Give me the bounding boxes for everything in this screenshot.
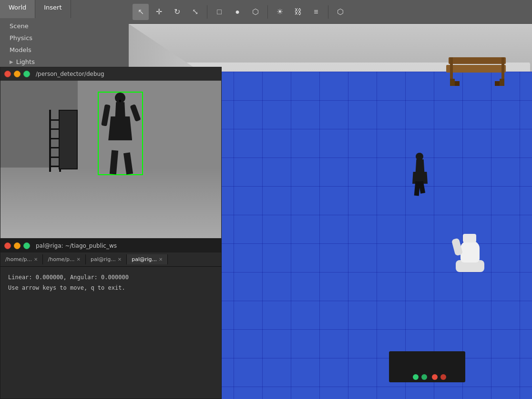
robot-head <box>463 234 476 242</box>
debug-titlebar: /person_detector/debug <box>0 67 221 81</box>
door-area <box>49 110 78 172</box>
bench <box>446 57 508 95</box>
silhouette-leg-right <box>123 152 133 175</box>
box-shape-button[interactable]: □ <box>211 4 227 20</box>
table-item-red-2 <box>440 374 446 380</box>
terminal-tab-1-close[interactable]: ✕ <box>34 257 38 262</box>
terminal-tab-3[interactable]: pal@rig... ✕ <box>86 254 127 264</box>
bench-backrest <box>449 57 506 64</box>
toolbar-separator-1 <box>207 5 207 19</box>
terminal-close-button[interactable] <box>4 242 11 249</box>
terminal-line-4: Use arrow keys to move, q to exit. <box>8 283 214 294</box>
terminal-tabs: /home/p... ✕ /home/p... ✕ pal@rig... ✕ p… <box>0 252 221 267</box>
menu-lights-label: Lights <box>16 58 35 65</box>
terminal-window: pal@riga: ~/tiago_public_ws /home/p... ✕… <box>0 239 222 399</box>
terminal-content[interactable]: Linear: 0.000000, Angular: 0.000000 Use … <box>0 267 221 299</box>
terminal-tab-3-close[interactable]: ✕ <box>118 257 122 262</box>
menu-physics-label: Physics <box>10 34 32 42</box>
terminal-minimize-button[interactable] <box>14 242 20 249</box>
table-3d <box>389 351 470 389</box>
terminal-line-2: Linear: 0.000000, Angular: 0.000000 <box>8 273 214 283</box>
table-item-green-2 <box>421 374 427 380</box>
cylinder-shape-button[interactable]: ⬡ <box>247 4 264 20</box>
bench-leg-right-back <box>495 81 500 86</box>
table-item-green-1 <box>413 374 419 380</box>
menu-scene-label: Scene <box>10 22 29 30</box>
menu-models[interactable]: Models <box>0 44 129 56</box>
scale-tool-button[interactable]: ⤡ <box>187 4 203 20</box>
toolbar-separator-3 <box>328 5 328 19</box>
menu-models-label: Models <box>10 46 31 53</box>
human-silhouette <box>99 93 142 174</box>
terminal-tab-2[interactable]: /home/p... ✕ <box>43 254 85 264</box>
debug-window: /person_detector/debug <box>0 67 222 239</box>
sphere-shape-button[interactable]: ● <box>229 4 246 20</box>
terminal-titlebar: pal@riga: ~/tiago_public_ws <box>0 239 221 252</box>
bench-leg-right-front <box>500 79 504 86</box>
debug-maximize-button[interactable] <box>23 71 30 77</box>
debug-minimize-button[interactable] <box>14 71 20 77</box>
terminal-window-title: pal@riga: ~/tiago_public_ws <box>36 242 117 249</box>
toolbar-separator-2 <box>267 5 268 19</box>
table-top <box>389 351 465 382</box>
translate-tool-button[interactable]: ✛ <box>151 4 167 20</box>
bench-right-support <box>501 57 504 79</box>
terminal-maximize-button[interactable] <box>23 242 30 249</box>
debug-scene <box>0 81 221 238</box>
silhouette-dress <box>108 116 132 140</box>
tab-world[interactable]: World <box>0 0 35 18</box>
screenshot-button[interactable]: ⬡ <box>332 4 348 20</box>
tab-bar: World Insert <box>0 0 129 18</box>
light-button[interactable]: ☀ <box>272 4 288 20</box>
bench-left-support <box>450 57 453 79</box>
menu-items: Scene Physics Models ▶ Lights <box>0 18 129 70</box>
terminal-tab-4[interactable]: pal@rig... ✕ <box>127 254 168 264</box>
debug-content <box>0 81 221 238</box>
bench-structure <box>446 57 508 86</box>
debug-window-title: /person_detector/debug <box>36 71 104 77</box>
rotate-tool-button[interactable]: ↻ <box>169 4 185 20</box>
human-head <box>416 153 423 160</box>
lights-arrow-icon: ▶ <box>10 59 13 64</box>
lines-button[interactable]: ≡ <box>308 4 324 20</box>
debug-close-button[interactable] <box>4 71 11 77</box>
terminal-tab-1[interactable]: /home/p... ✕ <box>0 254 43 264</box>
terminal-tab-2-close[interactable]: ✕ <box>77 257 81 262</box>
toolbar: ↖ ✛ ↻ ⤡ □ ● ⬡ ☀ ⛓ ≡ ⬡ <box>129 0 532 24</box>
debug-floor <box>0 168 221 239</box>
debug-human-detection <box>98 92 143 175</box>
menu-lights[interactable]: ▶ Lights <box>0 56 129 68</box>
robot-body <box>460 241 480 262</box>
silhouette-arm-left <box>101 104 111 126</box>
menu-physics[interactable]: Physics <box>0 32 129 44</box>
silhouette-arm-right <box>130 104 141 122</box>
menu-scene[interactable]: Scene <box>0 20 129 32</box>
bench-seat <box>446 65 506 73</box>
bench-leg-left-back <box>455 81 460 86</box>
human-figure-3d <box>410 153 430 196</box>
robot <box>451 229 489 272</box>
select-tool-button[interactable]: ↖ <box>133 4 149 20</box>
joints-button[interactable]: ⛓ <box>290 4 306 20</box>
tab-insert[interactable]: Insert <box>35 0 71 18</box>
terminal-tab-4-close[interactable]: ✕ <box>159 257 163 262</box>
bench-leg-left-front <box>450 79 455 86</box>
door-panel <box>59 110 78 169</box>
silhouette-leg-left <box>110 150 118 174</box>
top-menu: World Insert Scene Physics Models ▶ Ligh… <box>0 0 129 67</box>
table-item-red-1 <box>432 374 438 380</box>
